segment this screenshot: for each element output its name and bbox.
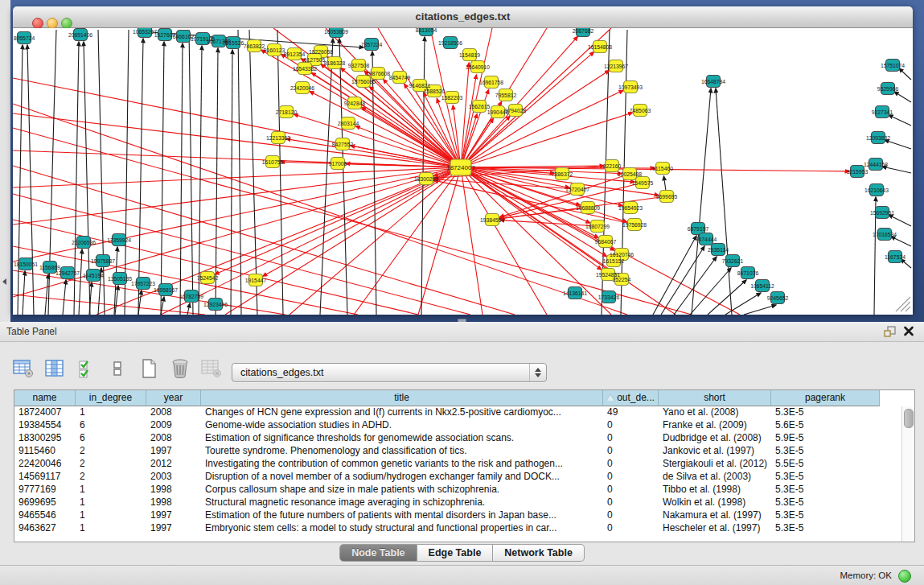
table-cell[interactable]: 1	[76, 522, 146, 535]
delete-trash-icon[interactable]	[168, 356, 192, 381]
citation-graph[interactable]: 1872400774638229160123891235418226058912…	[13, 28, 913, 315]
table-cell[interactable]: Dudbridge et al. (2008)	[659, 432, 771, 445]
table-cell[interactable]: Jankovic et al. (1997)	[659, 445, 771, 458]
table-cell[interactable]: 5.6E-5	[771, 419, 880, 432]
column-header-in_degree[interactable]: in_degree	[76, 390, 146, 406]
table-cell[interactable]: Franke et al. (2009)	[659, 419, 771, 432]
table-cell[interactable]: 14569117	[14, 471, 76, 484]
panel-collapse-icon[interactable]	[2, 278, 6, 285]
table-cell[interactable]: 22420046	[14, 458, 76, 471]
table-cell[interactable]: 0	[603, 471, 659, 484]
table-cell[interactable]: 6	[76, 432, 146, 445]
table-cell[interactable]: 1	[76, 496, 146, 509]
column-header-name[interactable]: name	[14, 390, 76, 406]
table-cell[interactable]: Genome-wide association studies in ADHD.	[201, 419, 603, 432]
table-row[interactable]: 946362711997Embryonic stem cells: a mode…	[14, 522, 880, 535]
table-cell[interactable]: 1998	[146, 496, 201, 509]
new-document-icon[interactable]	[137, 356, 161, 381]
table-cell[interactable]: 0	[603, 458, 659, 471]
table-cell[interactable]: 5.5E-5	[771, 458, 880, 471]
table-cell[interactable]: Disruption of a novel member of a sodium…	[201, 471, 603, 484]
table-source-select[interactable]: citations_edges.txt	[232, 363, 547, 382]
table-cell[interactable]: Investigating the contribution of common…	[201, 458, 603, 471]
citation-edge[interactable]	[461, 63, 469, 167]
column-header-short[interactable]: short	[659, 390, 771, 406]
table-cell[interactable]: 5.9E-5	[771, 432, 880, 445]
table-cell[interactable]: Estimation of significance thresholds fo…	[201, 432, 603, 445]
network-window-titlebar[interactable]: citations_edges.txt	[13, 6, 913, 28]
select-columns-icon[interactable]	[74, 356, 98, 381]
vertical-scrollbar[interactable]	[901, 406, 914, 542]
column-header-out_de[interactable]: out_de...	[603, 390, 659, 406]
close-panel-icon[interactable]	[903, 325, 914, 337]
table-cell[interactable]: Embryonic stem cells: a model to study s…	[201, 522, 603, 535]
table-row[interactable]: 1456911722003Disruption of a novel membe…	[14, 471, 880, 484]
table-cell[interactable]: 2	[76, 458, 146, 471]
table-cell[interactable]: 49	[603, 406, 659, 419]
table-settings-icon[interactable]	[11, 356, 35, 381]
table-row[interactable]: 1830029562008Estimation of significance …	[14, 432, 880, 445]
table-cell[interactable]: 0	[603, 484, 659, 496]
table-cell[interactable]: Estimation of the future numbers of pati…	[201, 509, 603, 522]
table-cell[interactable]: Tibbo et al. (1998)	[659, 484, 771, 496]
table-cell[interactable]: 9463627	[14, 522, 76, 535]
table-cell[interactable]: Hescheler et al. (1997)	[659, 522, 771, 535]
table-cell[interactable]: 1	[76, 484, 146, 496]
table-cell[interactable]: 2	[76, 445, 146, 458]
table-cell[interactable]: 1997	[146, 509, 201, 522]
table-row[interactable]: 969969511998Structural magnetic resonanc…	[14, 496, 880, 509]
column-header-title[interactable]: title	[201, 390, 603, 406]
table-cell[interactable]: 5.3E-5	[771, 471, 880, 484]
table-cell[interactable]: Nakamura et al. (1997)	[659, 509, 771, 522]
table-row[interactable]: 1938455462009Genome-wide association stu…	[14, 419, 880, 432]
table-cell[interactable]: Changes of HCN gene expression and I(f) …	[201, 406, 603, 419]
table-cell[interactable]: 1998	[146, 484, 201, 496]
table-cell[interactable]: 9699695	[14, 496, 76, 509]
table-cell[interactable]: 5.3E-5	[771, 496, 880, 509]
column-header-pagerank[interactable]: pagerank	[771, 390, 880, 406]
table-cell[interactable]: Stergiakouli et al. (2012)	[659, 458, 771, 471]
table-row[interactable]: 977716911998Corpus callosum shape and si…	[14, 484, 880, 496]
table-row[interactable]: 911546021997Tourette syndrome. Phenomeno…	[14, 445, 880, 458]
network-canvas[interactable]: 1872400774638229160123891235418226058912…	[13, 28, 913, 315]
table-cell[interactable]: 9465546	[14, 509, 76, 522]
table-cell[interactable]: 2	[76, 471, 146, 484]
tab-network-table[interactable]: Network Table	[493, 544, 585, 562]
table-cell[interactable]: 18300295	[14, 432, 76, 445]
table-cell[interactable]: 5.3E-5	[771, 445, 880, 458]
table-row[interactable]: 2242004622012Investigating the contribut…	[14, 458, 880, 471]
table-cell[interactable]: 9777169	[14, 484, 76, 496]
table-cell[interactable]: Wolkin et al. (1998)	[659, 496, 771, 509]
table-cell[interactable]: Corpus callosum shape and size in male p…	[201, 484, 603, 496]
table-cell[interactable]: 1	[76, 509, 146, 522]
table-cell[interactable]: 5.3E-5	[771, 522, 880, 535]
table-cell[interactable]: 19384554	[14, 419, 76, 432]
table-cell[interactable]: 0	[603, 432, 659, 445]
citation-edge[interactable]	[461, 167, 627, 222]
table-cell[interactable]: 6	[76, 419, 146, 432]
table-cell[interactable]: 1997	[146, 445, 201, 458]
table-cell[interactable]: 2008	[146, 432, 201, 445]
show-columns-icon[interactable]	[43, 356, 67, 381]
table-row[interactable]: 1872400712008Changes of HCN gene express…	[14, 406, 880, 419]
table-cell[interactable]: 18724007	[14, 406, 76, 419]
table-cell[interactable]: 5.3E-5	[771, 509, 880, 522]
table-cell[interactable]: 2012	[146, 458, 201, 471]
table-cell[interactable]: Tourette syndrome. Phenomenology and cla…	[201, 445, 603, 458]
table-cell[interactable]: Yano et al. (2008)	[659, 406, 771, 419]
table-cell[interactable]: 0	[603, 496, 659, 509]
float-panel-icon[interactable]	[884, 325, 897, 338]
table-cell[interactable]: 0	[603, 445, 659, 458]
table-cell[interactable]: 2008	[146, 406, 201, 419]
table-cell[interactable]: Structural magnetic resonance image aver…	[201, 496, 603, 509]
table-cell[interactable]: 1	[76, 406, 146, 419]
table-cell[interactable]: 2009	[146, 419, 201, 432]
tab-node-table[interactable]: Node Table	[339, 544, 417, 562]
rows-icon[interactable]	[105, 356, 129, 381]
table-cell[interactable]: 5.3E-5	[771, 484, 880, 496]
table-cell[interactable]: 0	[603, 522, 659, 535]
table-cell[interactable]: 2003	[146, 471, 201, 484]
column-header-year[interactable]: year	[146, 390, 201, 406]
table-row[interactable]: 946554611997Estimation of the future num…	[14, 509, 880, 522]
tab-edge-table[interactable]: Edge Table	[417, 544, 494, 562]
